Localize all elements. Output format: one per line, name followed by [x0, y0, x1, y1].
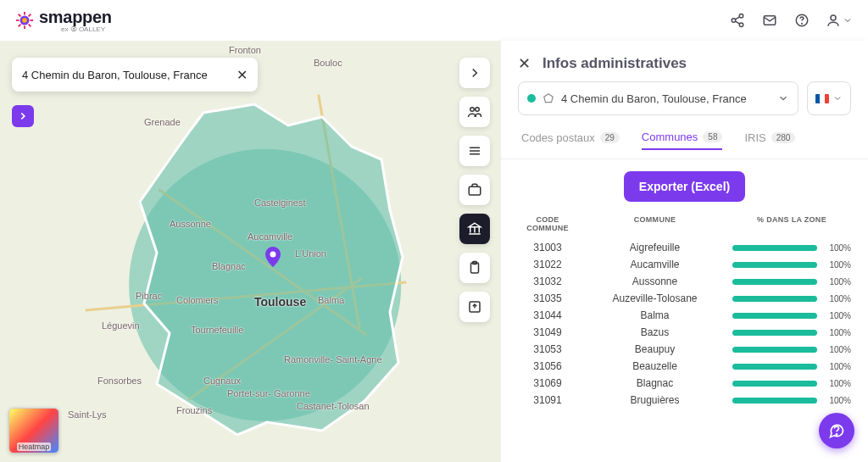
info-panel: ✕ Infos administratives 4 Chemin du Baro…	[500, 41, 868, 462]
map-city-label: Fonsorbes	[97, 376, 142, 386]
pct-bar	[732, 330, 817, 336]
pct-bar	[732, 296, 817, 302]
map-tool-bars-icon[interactable]	[459, 136, 490, 166]
pct-value: 100%	[824, 243, 851, 253]
map-city-label: Bouloc	[314, 58, 342, 68]
map-tool-briefcase-icon[interactable]	[459, 175, 490, 205]
country-selector[interactable]	[807, 81, 851, 115]
table-row: 31069Blagnac100%	[501, 375, 868, 392]
svg-line-8	[29, 14, 31, 17]
app-header: smappen ex ⦿ OALLEY	[0, 0, 868, 41]
header-actions	[729, 12, 853, 29]
map-city-label: Toulouse	[254, 295, 306, 309]
cell-code: 31022	[518, 259, 577, 270]
cell-commune: Balma	[577, 309, 732, 321]
pct-value: 100%	[824, 345, 851, 354]
svg-point-1	[22, 18, 27, 23]
panel-title: Infos administratives	[542, 55, 687, 72]
svg-point-11	[732, 19, 736, 23]
help-icon[interactable]	[793, 12, 810, 29]
svg-point-12	[739, 23, 743, 27]
map-city-label: Pibrac	[136, 291, 162, 301]
table-row: 31032Aussonne100%	[501, 273, 868, 290]
pct-bar	[732, 279, 817, 285]
heatmap-label: Heatmap	[17, 443, 52, 451]
pct-value: 100%	[824, 396, 851, 405]
share-icon[interactable]	[729, 12, 746, 29]
map-tool-bank-icon[interactable]	[459, 214, 490, 244]
map-city-label: Frouzins	[176, 405, 212, 415]
map-tool-chevron-right-icon[interactable]	[459, 58, 490, 88]
cell-commune: Beaupuy	[577, 343, 732, 355]
panel-header: ✕ Infos administratives	[501, 41, 868, 81]
map-pane[interactable]: FrontonBoulocGrenadeCastelginestAussonne…	[0, 41, 500, 462]
cell-commune: Aucamville	[577, 259, 732, 270]
briefcase-icon	[467, 182, 482, 198]
pct-bar	[732, 381, 817, 387]
expand-panel-button[interactable]	[12, 105, 34, 127]
cell-code: 31049	[518, 326, 577, 338]
map-city-label: Blagnac	[212, 261, 246, 271]
cell-pct: 100%	[732, 379, 851, 388]
brand-name: smappen	[39, 8, 112, 27]
map-city-label: Castanet-Tolosan	[297, 401, 370, 411]
svg-line-7	[29, 25, 31, 27]
svg-line-13	[735, 17, 739, 19]
cell-commune: Bruguières	[577, 394, 732, 406]
bank-icon	[467, 221, 482, 237]
svg-marker-19	[140, 104, 403, 435]
cell-pct: 100%	[732, 362, 851, 371]
map-search-box[interactable]: 4 Chemin du Baron, Toulouse, France ✕	[12, 58, 258, 92]
search-value: 4 Chemin du Baron, Toulouse, France	[22, 69, 236, 81]
map-tool-people-icon[interactable]	[459, 97, 490, 127]
brand-logo-icon	[15, 11, 34, 30]
close-icon[interactable]: ✕	[518, 54, 531, 73]
map-tool-clipboard-icon[interactable]	[459, 253, 490, 283]
export-excel-button[interactable]: Exporter (Excel)	[624, 171, 745, 202]
tab-count-badge: 29	[600, 132, 620, 143]
cell-code: 31053	[518, 343, 577, 355]
cell-code: 31056	[518, 360, 577, 372]
polygon-icon	[542, 92, 554, 104]
tab-communes[interactable]: Communes58	[642, 131, 723, 150]
svg-point-36	[836, 434, 837, 435]
address-value: 4 Chemin du Baron, Toulouse, France	[561, 92, 771, 105]
svg-point-17	[802, 23, 803, 24]
brand: smappen ex ⦿ OALLEY	[15, 8, 112, 33]
cell-commune: Aigrefeuille	[577, 242, 732, 253]
map-city-label: Grenade	[144, 117, 181, 127]
pct-bar	[732, 245, 817, 251]
address-selector[interactable]: 4 Chemin du Baron, Toulouse, France	[518, 81, 798, 115]
mail-icon[interactable]	[761, 12, 778, 29]
pct-bar	[732, 262, 817, 268]
map-pin-icon	[263, 244, 283, 264]
tab-label: Codes postaux	[521, 131, 595, 144]
tab-codes-postaux[interactable]: Codes postaux29	[521, 131, 620, 150]
table-row: 31022Aucamville100%	[501, 256, 868, 273]
table-row: 31049Bazus100%	[501, 324, 868, 341]
svg-point-20	[270, 252, 276, 258]
map-city-label: Castelginest	[254, 198, 306, 208]
user-menu[interactable]	[826, 13, 853, 28]
clipboard-icon	[467, 260, 482, 276]
heatmap-toggle[interactable]: Heatmap	[8, 408, 59, 454]
cell-commune: Auzeville-Tolosane	[577, 292, 732, 304]
map-city-label: Ramonville- Saint-Agne	[284, 354, 382, 365]
map-tool-export-icon[interactable]	[459, 292, 490, 322]
chevron-down-icon	[777, 92, 789, 104]
map-city-label: Saint-Lys	[68, 409, 106, 420]
pct-value: 100%	[824, 328, 851, 337]
location-dot-icon	[527, 94, 536, 103]
help-fab-button[interactable]	[819, 413, 854, 448]
tab-iris[interactable]: IRIS280	[744, 131, 795, 150]
cell-pct: 100%	[732, 277, 851, 287]
col-commune-header: COMMUNE	[577, 215, 732, 232]
brand-subtitle: ex ⦿ OALLEY	[61, 25, 112, 33]
clear-search-icon[interactable]: ✕	[236, 67, 248, 83]
cell-code: 31069	[518, 377, 577, 389]
bars-icon	[467, 143, 482, 159]
svg-line-9	[19, 25, 21, 27]
svg-point-21	[470, 108, 475, 112]
svg-marker-27	[469, 223, 481, 227]
table-row: 31091Bruguières100%	[501, 392, 868, 409]
